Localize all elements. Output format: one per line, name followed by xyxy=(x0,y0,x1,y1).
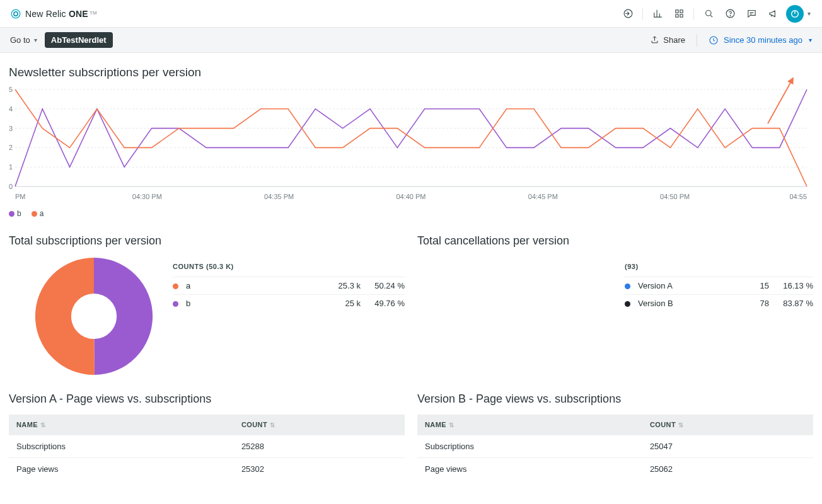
svg-text:PM: PM xyxy=(15,193,26,200)
donut-chart[interactable] xyxy=(34,256,154,376)
chart-title: Total cancellations per version xyxy=(417,234,813,248)
chart-icon[interactable] xyxy=(648,4,667,23)
legend-row[interactable]: b 25 k 49.76 % xyxy=(173,294,405,312)
donut-legend: COUNTS (50.3 K) a 25.3 k 50.24 % b 25 k … xyxy=(173,256,405,376)
swatch-icon xyxy=(173,284,178,289)
legend-row[interactable]: Version B 78 83.87 % xyxy=(625,294,813,312)
brand-text: New Relic ONETM xyxy=(25,9,97,19)
avatar-icon xyxy=(786,5,804,23)
donut-legend: (93) Version A 15 16.13 % Version B 78 8… xyxy=(625,256,813,312)
newrelic-logo-icon xyxy=(10,8,21,20)
table-row[interactable]: Page views25302 xyxy=(9,458,405,481)
goto-label: Go to xyxy=(10,35,30,45)
legend-value: 25.3 k xyxy=(316,281,361,290)
sort-icon: ⇅ xyxy=(678,421,683,428)
legend-value: 15 xyxy=(725,281,769,290)
svg-rect-3 xyxy=(675,10,678,13)
legend-pct: 16.13 % xyxy=(769,281,813,290)
swatch-icon xyxy=(625,301,630,307)
svg-text:04:35 PM: 04:35 PM xyxy=(264,193,294,200)
swatch-icon xyxy=(625,284,630,289)
main-content: Newsletter subscriptions per version 012… xyxy=(0,53,822,495)
cell-name: Subscriptions xyxy=(417,435,642,458)
cell-name: Page views xyxy=(417,458,642,481)
svg-text:1: 1 xyxy=(9,163,13,171)
svg-point-1 xyxy=(14,11,18,15)
legend-label: b xyxy=(186,299,190,308)
data-table: NAME⇅ COUNT⇅ Subscriptions25047 Page vie… xyxy=(417,415,813,480)
svg-point-9 xyxy=(730,16,731,16)
legend-pct: 50.24 % xyxy=(361,281,405,290)
feedback-icon[interactable] xyxy=(742,4,761,23)
announce-icon[interactable] xyxy=(763,4,782,23)
table-row[interactable]: Subscriptions25047 xyxy=(417,435,813,458)
legend-label: a xyxy=(40,209,44,218)
col-name[interactable]: NAME⇅ xyxy=(417,415,642,435)
nerdlet-pill[interactable]: AbTestNerdlet xyxy=(45,32,113,48)
search-icon[interactable] xyxy=(699,4,718,23)
chart-total-cancellations: Total cancellations per version (93) Ver… xyxy=(417,234,813,376)
timerange-picker[interactable]: Since 30 minutes ago ▾ xyxy=(709,35,812,45)
chart-newsletter-subscriptions: Newsletter subscriptions per version 012… xyxy=(9,66,813,218)
cell-count: 25062 xyxy=(642,458,813,481)
top-header: New Relic ONETM ▾ xyxy=(0,0,822,28)
svg-point-7 xyxy=(705,11,711,16)
cell-count: 25047 xyxy=(642,435,813,458)
share-label: Share xyxy=(663,35,685,45)
brand-tm: TM xyxy=(90,10,97,16)
context-bar: Go to ▾ AbTestNerdlet Share Since 30 min… xyxy=(0,28,822,53)
brand-logo[interactable]: New Relic ONETM xyxy=(10,8,97,20)
separator xyxy=(693,8,694,20)
col-count[interactable]: COUNT⇅ xyxy=(234,415,405,435)
table-row[interactable]: Subscriptions25288 xyxy=(9,435,405,458)
user-menu[interactable]: ▾ xyxy=(785,4,812,23)
col-count[interactable]: COUNT⇅ xyxy=(642,415,813,435)
swatch-icon xyxy=(173,301,178,307)
svg-text:04:30 PM: 04:30 PM xyxy=(132,193,162,200)
cell-name: Page views xyxy=(9,458,234,481)
brand-suffix: ONE xyxy=(69,9,88,19)
chart-total-subscriptions: Total subscriptions per version COUNTS (… xyxy=(9,234,405,376)
data-table: NAME⇅ COUNT⇅ Subscriptions25288 Page vie… xyxy=(9,415,405,480)
svg-text:04:55: 04:55 xyxy=(789,193,807,200)
svg-text:2: 2 xyxy=(9,144,13,151)
exit-icon[interactable] xyxy=(618,4,637,23)
line-chart[interactable]: 012345PM04:30 PM04:35 PM04:40 PM04:45 PM… xyxy=(9,87,813,207)
svg-text:4: 4 xyxy=(9,105,13,113)
cell-count: 25288 xyxy=(234,435,405,458)
sort-icon: ⇅ xyxy=(270,421,275,428)
legend-label: Version A xyxy=(638,281,673,290)
legend-item-b[interactable]: b xyxy=(9,209,21,218)
svg-text:0: 0 xyxy=(9,183,13,190)
chart-title: Newsletter subscriptions per version xyxy=(9,66,813,79)
clock-icon xyxy=(709,35,719,45)
legend-pct: 49.76 % xyxy=(361,299,405,308)
legend-pct: 83.87 % xyxy=(769,299,813,308)
legend-label: Version B xyxy=(638,299,673,308)
help-icon[interactable] xyxy=(721,4,739,23)
svg-point-0 xyxy=(11,9,20,18)
svg-text:3: 3 xyxy=(9,125,13,132)
chevron-down-icon: ▾ xyxy=(809,37,812,43)
svg-rect-6 xyxy=(680,14,682,17)
separator xyxy=(642,8,643,20)
legend-row[interactable]: Version A 15 16.13 % xyxy=(625,277,813,294)
table-title: Version B - Page views vs. subscriptions xyxy=(417,392,813,406)
apps-icon[interactable] xyxy=(669,4,688,23)
swatch-icon xyxy=(9,211,14,217)
brand-prefix: New Relic xyxy=(25,9,66,19)
legend-label: a xyxy=(186,281,190,290)
goto-dropdown[interactable]: Go to ▾ xyxy=(10,35,37,45)
legend-row[interactable]: a 25.3 k 50.24 % xyxy=(173,277,405,294)
legend-value: 25 k xyxy=(316,299,361,308)
svg-text:04:45 PM: 04:45 PM xyxy=(528,193,558,200)
top-actions: ▾ xyxy=(618,4,812,23)
svg-rect-4 xyxy=(680,10,682,13)
col-name[interactable]: NAME⇅ xyxy=(9,415,234,435)
sort-icon: ⇅ xyxy=(40,421,45,428)
legend-item-a[interactable]: a xyxy=(32,209,44,218)
svg-text:5: 5 xyxy=(9,87,13,93)
table-row[interactable]: Page views25062 xyxy=(417,458,813,481)
share-button[interactable]: Share xyxy=(650,35,685,45)
svg-text:04:40 PM: 04:40 PM xyxy=(396,193,425,200)
